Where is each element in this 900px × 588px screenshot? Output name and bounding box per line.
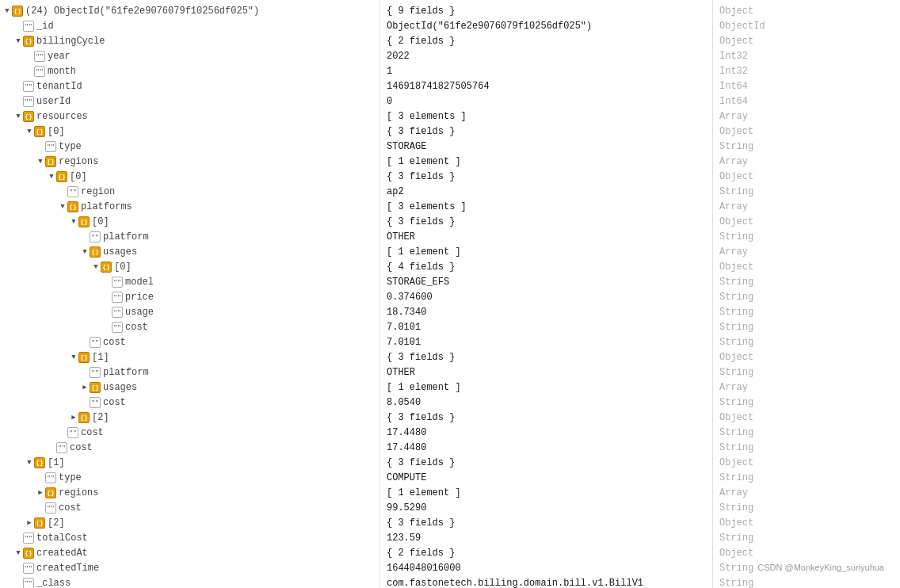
object-icon: {} (23, 36, 34, 47)
value-cell: 2022 (380, 48, 712, 63)
expand-arrow[interactable]: ▶ (25, 519, 33, 527)
collapse-arrow[interactable]: ▼ (70, 218, 78, 226)
tree-row: ▼{}platforms (0, 199, 379, 214)
type-text: String (719, 533, 753, 544)
expand-arrow[interactable]: ▶ (70, 414, 78, 422)
key-label: createdTime (36, 563, 99, 574)
value-text: COMPUTE (387, 472, 426, 483)
type-text: Object (719, 171, 753, 182)
value-cell: { 3 fields } (380, 214, 712, 229)
value-text: 7.0101 (387, 337, 421, 348)
key-label: tenantId (36, 81, 82, 92)
tree-row: ""cost (0, 440, 379, 455)
tree-row: ""_id (0, 18, 379, 33)
type-text: String (719, 442, 753, 453)
value-cell: 7.0101 (380, 319, 712, 334)
watermark: CSDN @MonkeyKing_sùriyuhua (757, 563, 884, 572)
value-text: [ 1 element ] (387, 156, 461, 167)
tree-row: ""cost (0, 334, 379, 349)
key-label: cost (59, 502, 82, 514)
value-cell: ap2 (380, 184, 712, 199)
type-cell: String (713, 440, 900, 455)
type-cell: String (713, 184, 900, 199)
collapse-arrow[interactable]: ▼ (14, 113, 22, 120)
key-label: [0] (70, 171, 87, 182)
key-label: totalCost (36, 533, 88, 544)
type-text: ObjectId (719, 21, 765, 32)
no-arrow-placeholder (36, 143, 44, 151)
type-cell: Array (713, 380, 900, 395)
value-text: [ 3 elements ] (387, 111, 467, 122)
key-label: createdAt (36, 548, 88, 559)
type-cell: String (713, 530, 900, 545)
collapse-arrow[interactable]: ▼ (36, 158, 44, 166)
type-column: ObjectObjectIdObjectInt32Int32Int64Int64… (713, 0, 900, 588)
tree-row: ▶{}usages (0, 380, 379, 395)
collapse-arrow[interactable]: ▼ (92, 263, 100, 271)
value-cell: { 3 fields } (380, 455, 712, 470)
value-cell: { 3 fields } (380, 349, 712, 365)
collapse-arrow[interactable]: ▼ (81, 248, 89, 256)
tree-row: ▶{}[2] (0, 410, 379, 425)
type-text: String (719, 578, 753, 589)
string-icon: "" (67, 186, 78, 197)
value-cell: [ 3 elements ] (380, 199, 712, 214)
collapse-arrow[interactable]: ▼ (59, 203, 67, 211)
expand-arrow[interactable]: ▶ (36, 489, 44, 497)
type-text: Object (719, 412, 753, 423)
type-cell: String (713, 304, 900, 319)
type-cell: ObjectId (713, 18, 900, 33)
tree-row: ""userId (0, 94, 379, 109)
no-arrow-placeholder (14, 534, 22, 542)
tree-row: ""cost (0, 500, 379, 515)
type-cell: Object (713, 33, 900, 48)
type-cell: Int64 (713, 94, 900, 109)
type-text: String (719, 231, 753, 242)
value-cell: [ 1 element ] (380, 154, 712, 169)
value-cell: 99.5290 (380, 500, 712, 515)
collapse-arrow[interactable]: ▼ (14, 549, 22, 557)
collapse-arrow[interactable]: ▼ (70, 353, 78, 361)
tree-row: ""totalCost (0, 530, 379, 545)
key-label: userId (36, 96, 71, 107)
type-text: String (719, 141, 753, 152)
value-column: { 9 fields }ObjectId("61fe2e9076079f1025… (380, 0, 713, 588)
collapse-arrow[interactable]: ▼ (48, 173, 55, 181)
key-label: platforms (81, 201, 132, 212)
value-text: STORAGE (387, 141, 426, 152)
key-label: month (48, 66, 76, 77)
value-cell: { 2 fields } (380, 545, 712, 560)
expand-arrow[interactable]: ▶ (81, 384, 89, 391)
value-cell: OTHER (380, 365, 712, 380)
key-label: _class (36, 578, 71, 589)
value-text: [ 1 element ] (387, 246, 461, 258)
tree-row: ""type (0, 139, 379, 154)
key-label: platform (103, 367, 149, 378)
collapse-arrow[interactable]: ▼ (25, 128, 33, 136)
value-text: 1644048016000 (387, 563, 461, 574)
no-arrow-placeholder (103, 293, 111, 301)
key-label: [2] (92, 412, 109, 423)
type-cell: String (713, 289, 900, 304)
key-label: _id (36, 21, 54, 32)
no-arrow-placeholder (59, 188, 67, 196)
key-label: billingCycle (36, 36, 105, 47)
type-text: Array (719, 156, 748, 167)
key-label: model (125, 277, 154, 288)
tree-row: ▶{}regions (0, 485, 379, 500)
key-label: type (59, 472, 82, 483)
type-cell: Object (713, 515, 900, 530)
string-icon: "" (34, 51, 45, 62)
string-icon: "" (112, 277, 123, 288)
value-text: 146918741827505764 (387, 81, 490, 92)
value-cell: { 9 fields } (380, 3, 712, 18)
object-icon: {} (45, 487, 56, 498)
collapse-arrow[interactable]: ▼ (25, 459, 33, 467)
value-text: 17.4480 (387, 442, 426, 453)
object-icon: {} (34, 517, 45, 529)
collapse-arrow[interactable]: ▼ (3, 7, 11, 15)
tree-row: ""usage (0, 304, 379, 319)
type-text: String (719, 427, 753, 438)
collapse-arrow[interactable]: ▼ (14, 37, 22, 45)
no-arrow-placeholder (14, 22, 22, 30)
